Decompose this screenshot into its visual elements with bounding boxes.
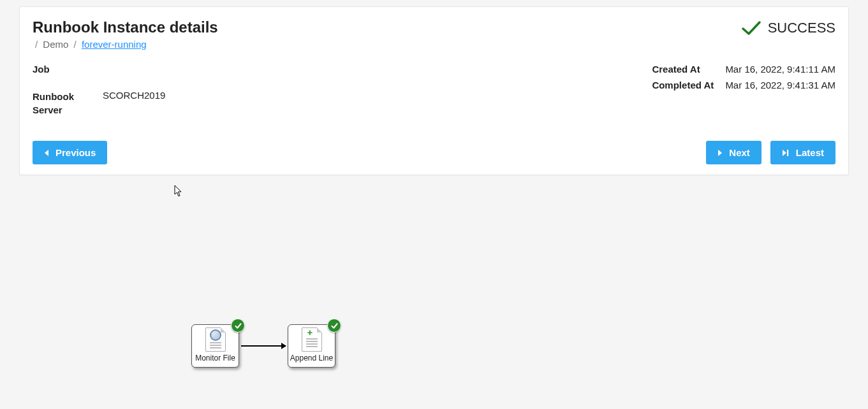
success-badge-icon: [231, 319, 245, 333]
connector-arrow[interactable]: [241, 345, 286, 347]
activity-monitor-file[interactable]: Monitor File: [191, 324, 239, 368]
created-value: Mar 16, 2022, 9:41:11 AM: [725, 64, 835, 75]
server-value: SCORCH2019: [103, 90, 165, 117]
status-badge: SUCCESS: [741, 20, 835, 36]
checkmark-icon: [741, 20, 761, 36]
breadcrumb-folder[interactable]: Demo: [43, 39, 68, 50]
button-row: Previous Next Latest: [33, 141, 835, 164]
skip-end-icon: [782, 150, 790, 156]
button-group-left: Previous: [33, 141, 107, 164]
title-section: Runbook Instance details / Demo / foreve…: [33, 18, 218, 50]
file-append-icon: [302, 327, 322, 352]
next-button[interactable]: Next: [706, 141, 761, 164]
caret-left-icon: [44, 150, 49, 156]
created-label: Created At: [652, 64, 725, 75]
previous-button-label: Previous: [55, 147, 96, 158]
header-row: Runbook Instance details / Demo / foreve…: [33, 18, 835, 50]
previous-button[interactable]: Previous: [33, 141, 107, 164]
activity-append-line[interactable]: Append Line: [288, 324, 335, 368]
job-label: Job: [33, 64, 103, 75]
completed-value: Mar 16, 2022, 9:41:31 AM: [725, 80, 835, 90]
breadcrumb-runbook-link[interactable]: forever-running: [82, 39, 147, 50]
activity-label: Append Line: [290, 354, 333, 362]
next-button-label: Next: [729, 147, 750, 158]
caret-right-icon: [717, 150, 723, 156]
activity-label: Monitor File: [195, 354, 235, 362]
server-field: Runbook Server SCORCH2019: [33, 90, 165, 117]
created-field: Created At Mar 16, 2022, 9:41:11 AM: [652, 64, 835, 75]
button-group-right: Next Latest: [706, 141, 835, 164]
page-fold-icon: [317, 327, 322, 333]
details-right: Created At Mar 16, 2022, 9:41:11 AM Comp…: [652, 64, 835, 117]
svg-rect-0: [787, 150, 788, 156]
workflow-canvas[interactable]: Monitor File Append Line: [0, 175, 868, 398]
breadcrumb-sep: /: [74, 39, 77, 50]
status-label: SUCCESS: [768, 20, 835, 36]
details-card: Runbook Instance details / Demo / foreve…: [19, 6, 849, 175]
latest-button[interactable]: Latest: [770, 141, 835, 164]
details-left: Job Runbook Server SCORCH2019: [33, 64, 165, 117]
page-title: Runbook Instance details: [33, 18, 218, 36]
success-badge-icon: [327, 319, 341, 333]
page-fold-icon: [221, 327, 226, 333]
workflow: Monitor File Append Line: [191, 324, 335, 368]
breadcrumb-sep: /: [35, 39, 38, 50]
file-monitor-icon: [205, 327, 226, 352]
server-label: Runbook Server: [33, 90, 103, 117]
completed-label: Completed At: [652, 80, 725, 90]
latest-button-label: Latest: [796, 147, 824, 158]
job-field: Job: [33, 64, 165, 75]
details-row: Job Runbook Server SCORCH2019 Created At…: [33, 64, 835, 117]
completed-field: Completed At Mar 16, 2022, 9:41:31 AM: [652, 80, 835, 90]
breadcrumb: / Demo / forever-running: [33, 39, 218, 50]
cursor-icon: [174, 185, 183, 201]
